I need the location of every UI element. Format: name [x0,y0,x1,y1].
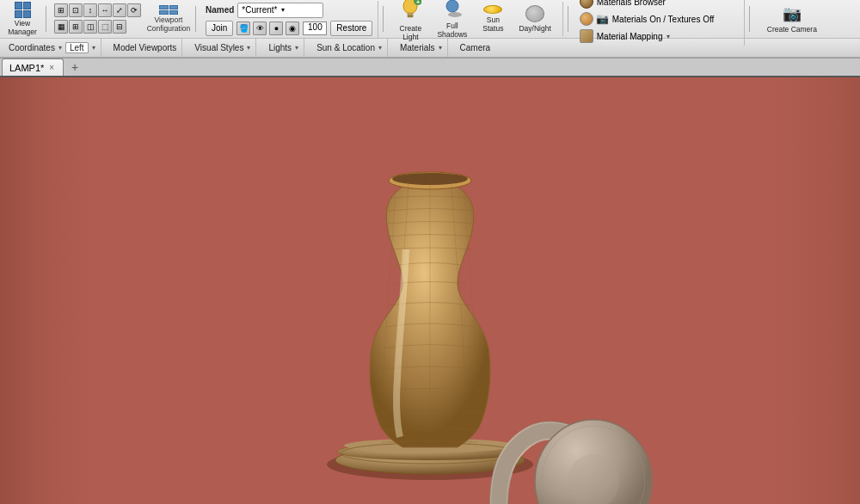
mat-mapping-icon [580,29,593,43]
svg-rect-9 [757,77,860,504]
divider2 [195,6,196,32]
sun-status-label: Sun Status [482,15,503,33]
materials-sphere-icon [580,0,593,9]
view-manager-icon [15,2,31,18]
tool-icon-8[interactable]: ⊞ [69,20,83,34]
mat-on-icon [580,12,593,26]
camera-section-label[interactable]: Camera [455,39,496,57]
materials-section-label[interactable]: Materials ▾ [395,39,448,57]
camera-icon: 📷 [783,4,802,23]
day-night-button[interactable]: Day/Night [513,3,556,35]
tool-icon-1[interactable]: ⊞ [54,3,68,17]
eye-icon[interactable]: 👁 [253,22,267,35]
day-night-icon [525,5,544,22]
sun-location-arrow: ▾ [378,44,382,52]
scene-svg [0,77,860,504]
sun-location-section-label[interactable]: Sun & Location ▾ [311,39,388,57]
lights-label: Lights [268,43,292,52]
camera-section: 📷 Create Camera [754,1,830,37]
lamp-tab[interactable]: LAMP1* × [2,58,64,76]
coordinates-arrow: ▾ [58,44,62,52]
coordinates-label: Coordinates [9,43,55,52]
visual-styles-arrow: ▾ [247,44,250,52]
toolbar: View Manager ⊞ ⊡ ↕ ↔ ⤢ ⟳ ▦ ⊞ ◫ ⬚ [0,0,860,58]
svg-rect-1 [408,13,413,15]
application: View Manager ⊞ ⊡ ↕ ↔ ⤢ ⟳ ▦ ⊞ ◫ ⬚ [0,0,860,504]
divider3 [383,6,384,32]
tool-icon-9[interactable]: ◫ [83,20,97,34]
viewport: [...ent] [0,77,860,504]
viewport-config-icon [159,5,178,15]
create-light-button[interactable]: + Create Light [393,3,427,35]
materials-arrow: ▾ [439,44,442,52]
material-mapping-row[interactable]: Material Mapping ▾ [578,28,739,44]
tab-bar: LAMP1* × + [0,58,860,77]
svg-rect-2 [408,15,413,17]
tab-close-button[interactable]: × [49,64,54,72]
sun-icon [483,5,502,14]
tool-icon-11[interactable]: ⊟ [113,20,126,34]
named-label: Named [206,5,234,15]
materials-on-textures-row[interactable]: 📷 Materials On / Textures Off [578,11,739,27]
divider [46,6,46,32]
sphere2-icon[interactable]: ● [269,22,283,35]
materials-browser-row[interactable]: Materials Browser [578,0,739,9]
lights-section-label[interactable]: Lights ▾ [263,39,304,57]
viewport-config-label: Viewport Configuration [147,16,191,33]
named-buttons-row: Join 🪣 👁 ● ◉ 100 Restore [206,21,372,36]
svg-rect-8 [0,77,103,504]
tool-icon-10[interactable]: ⬚ [98,20,112,34]
svg-point-5 [446,0,458,12]
create-camera-button[interactable]: 📷 Create Camera [761,3,823,35]
tool-icon-3[interactable]: ↕ [83,3,97,17]
camera-label: Camera [460,43,491,52]
svg-point-6 [448,12,462,17]
divider5 [749,6,750,32]
tool-icon-4[interactable]: ↔ [98,3,112,17]
named-section: Named *Current* ▾ Join 🪣 👁 ● ◉ [200,1,378,38]
lightbulb-icon: + [399,0,421,22]
visual-styles-section-label[interactable]: Visual Styles ▾ [189,39,256,57]
visual-styles-label: Visual Styles [194,43,243,52]
named-dropdown[interactable]: *Current* ▾ [237,3,323,18]
top-tools-row: ⊞ ⊡ ↕ ↔ ⤢ ⟳ [54,3,141,17]
lights-group: + Create Light Full Shadows [388,2,562,36]
left-arrow: ▾ [92,44,95,52]
material-mapping-label: Material Mapping [597,32,663,41]
model-viewports-label: Model Viewports [114,43,177,52]
model-viewports-section-label[interactable]: Model Viewports [108,39,183,57]
toolbar-row1: View Manager ⊞ ⊡ ↕ ↔ ⤢ ⟳ ▦ ⊞ ◫ ⬚ [0,0,860,39]
day-night-label: Day/Night [519,24,550,33]
full-shadows-button[interactable]: Full Shadows [431,3,473,35]
opacity-input[interactable]: 100 [303,22,327,35]
tool-icon-6[interactable]: ⟳ [127,3,141,17]
left-label: Left [65,42,89,53]
create-camera-label: Create Camera [767,25,817,34]
materials-label: Materials [400,43,435,52]
svg-text:+: + [416,0,421,6]
lights-arrow: ▾ [295,44,298,52]
material-mapping-arrow: ▾ [666,33,670,40]
full-shadows-label: Full Shadows [437,22,467,39]
divider4 [568,6,568,32]
bottom-tools-row: ▦ ⊞ ◫ ⬚ ⊟ [54,20,126,34]
viewport-section: ⊞ ⊡ ↕ ↔ ⤢ ⟳ ▦ ⊞ ◫ ⬚ ⊟ [51,2,144,36]
add-tab-button[interactable]: + [67,60,83,74]
sphere3-icon[interactable]: ◉ [286,22,299,35]
materials-browser-label: Materials Browser [597,0,666,7]
full-shadows-icon [441,0,464,20]
dropdown-arrow: ▾ [281,6,285,14]
coordinates-section-label[interactable]: Coordinates ▾ Left ▾ [3,39,101,57]
view-manager-button[interactable]: View Manager [3,3,41,35]
tool-icon-2[interactable]: ⊡ [69,3,83,17]
restore-button[interactable]: Restore [330,21,372,36]
materials-on-textures-label: Materials On / Textures Off [612,15,715,24]
join-button[interactable]: Join [206,21,233,36]
mat-camera-small: 📷 [597,13,609,25]
tool-icon-5[interactable]: ⤢ [113,3,126,17]
paint-bucket-icon[interactable]: 🪣 [236,22,250,35]
sun-status-button[interactable]: Sun Status [476,3,509,35]
named-row: Named *Current* ▾ [206,3,372,18]
viewport-config-button[interactable]: Viewport Configuration [146,3,191,35]
tool-icon-7[interactable]: ▦ [54,20,68,34]
